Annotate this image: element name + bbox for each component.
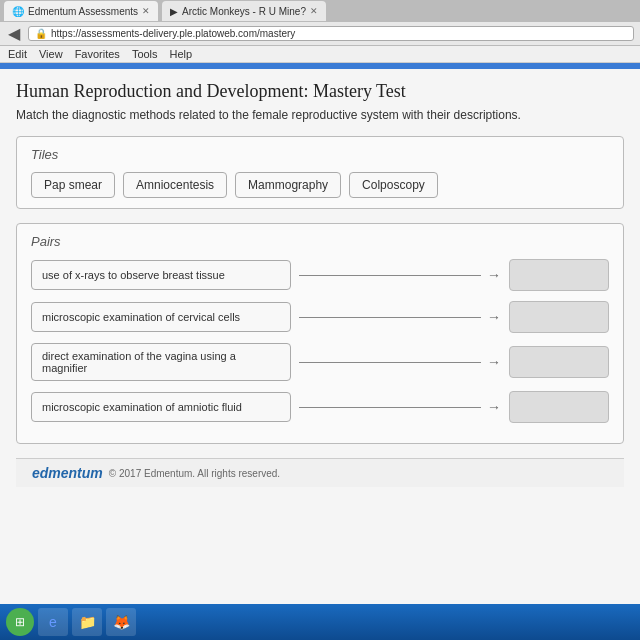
pair-target-3[interactable] — [509, 346, 609, 378]
folder-icon: 📁 — [79, 614, 96, 630]
pair-target-1[interactable] — [509, 259, 609, 291]
pair-description-2: microscopic examination of cervical cell… — [31, 302, 291, 332]
menu-tools[interactable]: Tools — [132, 48, 158, 60]
pair-row-1: use of x-rays to observe breast tissue → — [31, 259, 609, 291]
tile-mammography[interactable]: Mammography — [235, 172, 341, 198]
arrow-head-1: → — [487, 267, 501, 283]
tile-colposcopy[interactable]: Colposcopy — [349, 172, 438, 198]
start-icon: ⊞ — [15, 615, 25, 629]
page-title: Human Reproduction and Development: Mast… — [16, 81, 624, 102]
ie-icon: e — [49, 614, 57, 630]
arrow-line-2: → — [299, 309, 501, 325]
back-button[interactable]: ◀ — [6, 22, 22, 45]
pair-description-4: microscopic examination of amniotic flui… — [31, 392, 291, 422]
lock-icon: 🔒 — [35, 28, 47, 39]
pair-target-4[interactable] — [509, 391, 609, 423]
browser-menubar: Edit View Favorites Tools Help — [0, 46, 640, 63]
pairs-section: Pairs use of x-rays to observe breast ti… — [16, 223, 624, 444]
pair-row-4: microscopic examination of amniotic flui… — [31, 391, 609, 423]
tab-label2: Arctic Monkeys - R U Mine? — [182, 6, 306, 17]
arrow-line-1: → — [299, 267, 501, 283]
menu-help[interactable]: Help — [170, 48, 193, 60]
start-button[interactable]: ⊞ — [6, 608, 34, 636]
browser-chrome: 🌐 Edmentum Assessments ✕ ▶ Arctic Monkey… — [0, 0, 640, 63]
taskbar-folder-button[interactable]: 📁 — [72, 608, 102, 636]
browser-icon: 🦊 — [113, 614, 130, 630]
address-bar: ◀ 🔒 https://assessments-delivery.ple.pla… — [0, 22, 640, 46]
tiles-section: Tiles Pap smear Amniocentesis Mammograph… — [16, 136, 624, 209]
tab-favicon: 🌐 — [12, 6, 24, 17]
taskbar-ie-button[interactable]: e — [38, 608, 68, 636]
arrow-line-4: → — [299, 399, 501, 415]
browser-tabs: 🌐 Edmentum Assessments ✕ ▶ Arctic Monkey… — [0, 0, 640, 22]
inactive-tab[interactable]: ▶ Arctic Monkeys - R U Mine? ✕ — [162, 1, 326, 21]
pair-description-1: use of x-rays to observe breast tissue — [31, 260, 291, 290]
arrow-head-3: → — [487, 354, 501, 370]
tile-pap-smear[interactable]: Pap smear — [31, 172, 115, 198]
tiles-row: Pap smear Amniocentesis Mammography Colp… — [31, 172, 609, 198]
tab-close-icon2[interactable]: ✕ — [310, 6, 318, 16]
pair-description-3: direct examination of the vagina using a… — [31, 343, 291, 381]
tab-close-icon[interactable]: ✕ — [142, 6, 150, 16]
menu-favorites[interactable]: Favorites — [75, 48, 120, 60]
footer-logo: edmentum — [32, 465, 103, 481]
arrow-head-4: → — [487, 399, 501, 415]
menu-edit[interactable]: Edit — [8, 48, 27, 60]
tiles-section-label: Tiles — [31, 147, 609, 162]
arrow-line-3: → — [299, 354, 501, 370]
pair-row-3: direct examination of the vagina using a… — [31, 343, 609, 381]
footer-copyright: © 2017 Edmentum. All rights reserved. — [109, 468, 280, 479]
pair-target-2[interactable] — [509, 301, 609, 333]
active-tab[interactable]: 🌐 Edmentum Assessments ✕ — [4, 1, 158, 21]
taskbar: ⊞ e 📁 🦊 — [0, 604, 640, 640]
footer: edmentum © 2017 Edmentum. All rights res… — [16, 458, 624, 487]
tab-favicon2: ▶ — [170, 6, 178, 17]
tab-label: Edmentum Assessments — [28, 6, 138, 17]
pairs-section-label: Pairs — [31, 234, 609, 249]
menu-view[interactable]: View — [39, 48, 63, 60]
arrow-head-2: → — [487, 309, 501, 325]
address-box[interactable]: 🔒 https://assessments-delivery.ple.plato… — [28, 26, 634, 41]
page-subtitle: Match the diagnostic methods related to … — [16, 108, 624, 122]
main-content: Human Reproduction and Development: Mast… — [0, 69, 640, 619]
tile-amniocentesis[interactable]: Amniocentesis — [123, 172, 227, 198]
taskbar-browser-button[interactable]: 🦊 — [106, 608, 136, 636]
pair-row-2: microscopic examination of cervical cell… — [31, 301, 609, 333]
address-text: https://assessments-delivery.ple.platowe… — [51, 28, 295, 39]
